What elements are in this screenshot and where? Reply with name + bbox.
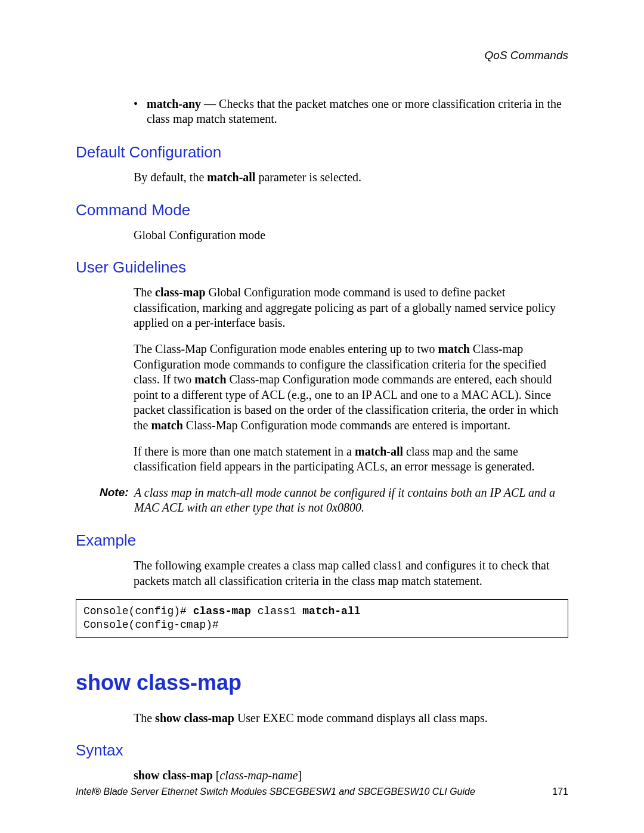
syntax-arg: class-map-name (219, 769, 298, 782)
example-p1: The following example creates a class ma… (134, 558, 568, 589)
footer-title: Intel® Blade Server Ethernet Switch Modu… (76, 786, 475, 797)
text-bold: match (438, 342, 469, 355)
text-bold: match-all (355, 445, 403, 458)
user-guidelines-p2: The Class-Map Configuration mode enables… (134, 342, 568, 433)
bullet-dot: • (134, 97, 147, 126)
heading-example: Example (76, 531, 568, 550)
heading-show-class-map: show class-map (76, 670, 568, 695)
heading-command-mode: Command Mode (76, 201, 568, 219)
text: parameter is selected. (255, 171, 361, 184)
syntax-p1: show class-map [class-map-name] (134, 768, 568, 784)
code-text-bold: class-map (193, 605, 251, 617)
syntax-cmd: show class-map (134, 769, 216, 782)
text-bold: show class-map (155, 711, 234, 724)
bullet-match-any: • match-any — Checks that the packet mat… (134, 97, 568, 126)
syntax-bracket: ] (298, 769, 302, 782)
text-bold: match-all (207, 171, 255, 184)
text-bold: match (194, 373, 226, 386)
bullet-term: match-any (147, 97, 201, 110)
note-block: Note: A class map in match-all mode cann… (100, 485, 568, 516)
text: By default, the (134, 171, 207, 184)
page-footer: Intel® Blade Server Ethernet Switch Modu… (76, 786, 568, 797)
default-config-p1: By default, the match-all parameter is s… (134, 170, 568, 185)
user-guidelines-p3: If there is more than one match statemen… (134, 444, 568, 475)
show-class-map-p1: The show class-map User EXEC mode comman… (134, 711, 568, 726)
heading-syntax: Syntax (76, 741, 568, 760)
code-line-1: Console(config)# class-map class1 match-… (83, 605, 561, 618)
text: User EXEC mode command displays all clas… (234, 711, 488, 724)
code-text: class1 (251, 605, 302, 617)
text: The (134, 711, 155, 724)
bullet-text: match-any — Checks that the packet match… (147, 97, 568, 126)
example-code-block: Console(config)# class-map class1 match-… (76, 599, 568, 638)
page-number: 171 (552, 786, 568, 797)
text-bold: match (151, 419, 182, 432)
note-label: Note: (100, 485, 134, 516)
command-mode-p1: Global Configuration mode (134, 228, 568, 243)
code-text-bold: match-all (302, 605, 360, 617)
heading-default-configuration: Default Configuration (76, 143, 568, 162)
note-body: A class map in match-all mode cannot be … (134, 485, 568, 516)
heading-user-guidelines: User Guidelines (76, 258, 568, 277)
text: Class-Map Configuration mode commands ar… (183, 419, 510, 432)
user-guidelines-p1: The class-map Global Configuration mode … (134, 285, 568, 331)
code-text: Console(config)# (83, 605, 193, 617)
text: The (134, 286, 155, 299)
code-line-2: Console(config-cmap)# (83, 618, 561, 632)
text: The Class-Map Configuration mode enables… (134, 342, 438, 355)
text: If there is more than one match statemen… (134, 445, 355, 458)
header-chapter: QoS Commands (76, 49, 568, 62)
bullet-dash: — (201, 97, 219, 110)
text-bold: class-map (155, 286, 205, 299)
